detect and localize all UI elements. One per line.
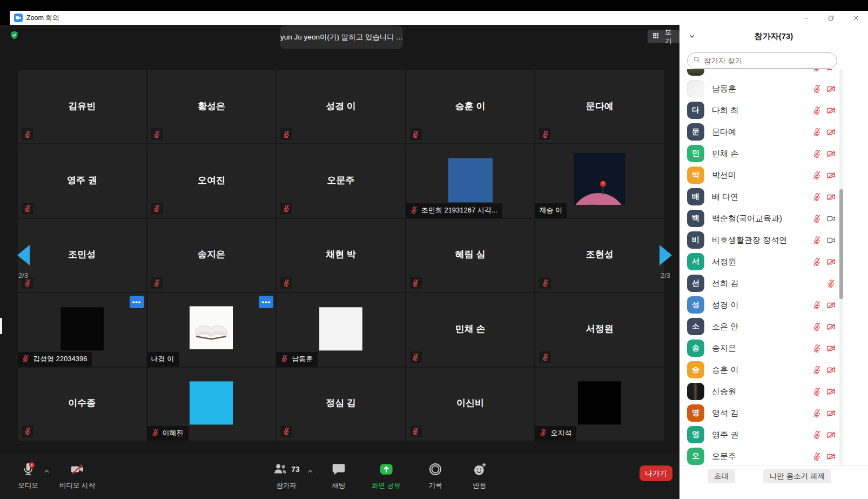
participant-tile[interactable]: 조민희 21931267 시각... bbox=[406, 144, 535, 217]
participant-tile[interactable]: 문다예 bbox=[535, 70, 664, 143]
view-button[interactable]: 보기 bbox=[648, 30, 679, 43]
tile-participant-name: 오여진 bbox=[147, 174, 276, 187]
window-title: Zoom 회의 bbox=[26, 14, 59, 23]
close-button[interactable] bbox=[843, 11, 868, 25]
invite-button[interactable]: 초대 bbox=[708, 469, 735, 483]
participant-tile[interactable]: 정심 김 bbox=[277, 368, 405, 441]
participant-name: 민채 손 bbox=[712, 149, 812, 159]
zoom-window: Zoom 회의 yun Ju yeon이(가) 말하고 있습니다 ... 보기 … bbox=[0, 0, 868, 499]
mic-muted-icon bbox=[812, 236, 822, 245]
mic-muted-icon bbox=[812, 149, 822, 158]
participant-avatar bbox=[687, 383, 704, 400]
mic-muted-icon bbox=[812, 106, 822, 115]
tile-name-label: 김성영 22034396 bbox=[18, 352, 92, 367]
tile-participant-name: 영주 권 bbox=[18, 174, 146, 187]
camera-off-icon bbox=[826, 149, 836, 158]
participant-tile[interactable]: 송지은 bbox=[147, 219, 276, 292]
participant-tile[interactable]: 승훈 이 bbox=[406, 70, 535, 143]
camera-off-icon bbox=[70, 461, 85, 477]
participant-tile[interactable]: 성경 이 bbox=[277, 70, 405, 143]
tile-participant-name: 성경 이 bbox=[277, 99, 405, 112]
prev-page-button[interactable]: 2/3 bbox=[11, 245, 36, 280]
participant-tile[interactable]: 이신비 bbox=[406, 368, 535, 441]
participant-tile[interactable]: 영주 권 bbox=[18, 144, 146, 217]
record-button[interactable]: 기록 bbox=[428, 461, 443, 490]
tile-participant-name: 서정원 bbox=[535, 323, 664, 335]
participant-tile[interactable]: 제승 이 bbox=[535, 144, 664, 217]
camera-off-icon bbox=[826, 430, 836, 440]
participant-name: 배 다연 bbox=[712, 192, 812, 202]
participant-tile[interactable]: 이혜진 bbox=[147, 368, 276, 441]
start-video-button[interactable]: 비디오 시작 bbox=[59, 461, 95, 490]
tile-more-button[interactable]: ••• bbox=[130, 296, 144, 308]
svg-text:!: ! bbox=[31, 463, 32, 468]
unmute-self-button[interactable]: 나만 음소거 해제 bbox=[763, 469, 831, 483]
planet-video-image bbox=[574, 153, 625, 207]
participants-options-caret-icon[interactable] bbox=[307, 467, 314, 477]
participant-tile[interactable]: 황성은 bbox=[147, 70, 276, 143]
participant-tile[interactable]: •••김성영 22034396 bbox=[18, 293, 146, 366]
participant-status-icons bbox=[812, 106, 836, 115]
participant-tile[interactable]: 서정원 bbox=[535, 293, 664, 366]
participant-tile[interactable]: 남동훈 bbox=[277, 293, 405, 366]
chat-button[interactable]: 채팅 bbox=[331, 461, 346, 490]
participant-name: 성경 이 bbox=[712, 300, 812, 310]
participant-tile[interactable]: 조현성 bbox=[535, 219, 664, 292]
mic-muted-icon bbox=[812, 387, 822, 396]
tile-participant-name: 정심 김 bbox=[277, 397, 405, 409]
mic-muted-icon bbox=[410, 206, 418, 214]
participants-count: 73 bbox=[291, 465, 300, 474]
tile-name-label: 조민희 21931267 시각... bbox=[406, 203, 502, 218]
tile-participant-name: 조민성 bbox=[18, 248, 146, 261]
tile-participant-name: 채현 박 bbox=[277, 248, 405, 261]
next-page-button[interactable]: 2/3 bbox=[653, 245, 678, 280]
tile-participant-name: 민채 손 bbox=[406, 323, 535, 335]
participants-button[interactable]: 73 참가자 bbox=[273, 461, 300, 490]
audio-options-caret-icon[interactable] bbox=[43, 467, 50, 477]
participant-status-icons bbox=[812, 387, 836, 396]
camera-off-icon bbox=[826, 344, 836, 353]
participant-status-icons bbox=[812, 430, 836, 440]
search-input[interactable] bbox=[704, 57, 831, 65]
tile-participant-name: 문다예 bbox=[535, 99, 664, 112]
security-shield-icon[interactable] bbox=[10, 30, 19, 40]
camera-off-icon bbox=[826, 106, 836, 115]
participant-avatar bbox=[687, 69, 704, 76]
mic-muted-icon bbox=[539, 128, 551, 140]
participant-status-icons bbox=[812, 452, 836, 461]
window-edge-handle[interactable] bbox=[0, 318, 2, 334]
participant-status-icons bbox=[812, 171, 836, 180]
minimize-button[interactable] bbox=[793, 11, 818, 25]
sidebar-scrollbar[interactable] bbox=[839, 69, 843, 465]
participant-tile[interactable]: 조민성 bbox=[18, 219, 146, 292]
participant-tile[interactable]: 오지석 bbox=[535, 368, 664, 441]
reactions-button[interactable]: 반응 bbox=[472, 461, 487, 490]
camera-off-icon bbox=[826, 257, 836, 267]
participant-tile[interactable]: 혜림 심 bbox=[406, 219, 535, 292]
participant-status-icons bbox=[812, 192, 836, 202]
participant-tile[interactable]: 채현 박 bbox=[277, 219, 405, 292]
participant-name: 승훈 이 bbox=[712, 365, 812, 375]
book-video-image bbox=[190, 306, 233, 351]
participant-tile[interactable]: 김유빈 bbox=[18, 70, 146, 143]
tile-more-button[interactable]: ••• bbox=[259, 296, 273, 308]
mic-muted-icon bbox=[280, 203, 292, 215]
participant-avatar: 박 bbox=[687, 167, 704, 184]
share-screen-button[interactable]: 화면 공유 bbox=[372, 461, 400, 490]
audio-button[interactable]: ! 오디오 bbox=[18, 461, 38, 490]
camera-off-icon bbox=[826, 84, 836, 94]
participant-tile[interactable]: 민채 손 bbox=[406, 293, 535, 366]
black-square-video bbox=[578, 382, 621, 425]
participant-tile[interactable]: •••나경 이 bbox=[147, 293, 276, 366]
camera-off-icon bbox=[826, 322, 836, 331]
tile-participant-name: 승훈 이 bbox=[406, 99, 535, 112]
scrollbar-thumb[interactable] bbox=[839, 189, 843, 299]
participant-status-icons bbox=[812, 236, 836, 245]
leave-button[interactable]: 나가기 bbox=[640, 465, 672, 481]
participant-tile[interactable]: 이수종 bbox=[18, 368, 146, 441]
participant-tile[interactable]: 오여진 bbox=[147, 144, 276, 217]
participant-tile[interactable]: 오문주 bbox=[277, 144, 405, 217]
restore-button[interactable] bbox=[818, 11, 843, 25]
mic-muted-icon bbox=[151, 128, 163, 140]
mic-muted-icon bbox=[812, 344, 822, 353]
